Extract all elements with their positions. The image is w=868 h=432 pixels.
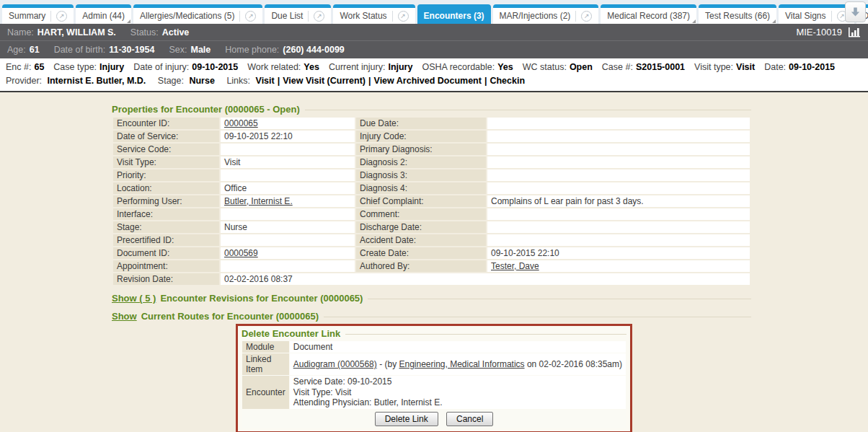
tab-separator: [392, 11, 393, 22]
property-value: [487, 182, 750, 194]
encounter-link-visit[interactable]: Visit: [256, 76, 275, 86]
property-label: Stage:: [113, 221, 219, 233]
encounter-field-label: WC status:: [523, 62, 567, 72]
encounter-field-value: Visit: [736, 62, 755, 72]
show-revisions-link[interactable]: Show ( 5 ): [112, 293, 156, 304]
tab-work-status[interactable]: Work Status↗: [333, 4, 415, 24]
tab-summary[interactable]: Summary↗: [2, 4, 74, 24]
property-label: Precertified ID:: [113, 234, 219, 246]
property-label: Primary Diagnosis:: [356, 144, 486, 155]
show-routes-link[interactable]: Show: [112, 311, 137, 322]
encounter-field-label: Enc #:: [6, 62, 31, 72]
module-label: Module: [242, 341, 289, 353]
patient-id: MIE-10019: [796, 27, 842, 38]
status-label: Status:: [130, 27, 159, 38]
tabs-scroll-down-button[interactable]: [845, 1, 866, 22]
linked-author-link[interactable]: Engineering, Medical Informatics: [399, 359, 524, 369]
property-value: Visit: [221, 157, 355, 168]
property-label: Diagnosis 3:: [356, 169, 486, 181]
property-label: Accident Date:: [356, 234, 486, 246]
property-value: [487, 144, 750, 155]
property-label: Comment:: [356, 208, 486, 220]
demo-field-label: Home phone:: [225, 45, 279, 55]
tab-label: Allergies/Medications (5): [140, 11, 234, 21]
property-label: Discharge Date:: [356, 221, 486, 233]
linked-item-text: - (by: [377, 359, 399, 369]
stage-label: Stage:: [158, 76, 184, 86]
property-value-link[interactable]: Butler, Internist E.: [224, 196, 293, 206]
linked-item-value: Audiogram (0000568) - (by Engineering, M…: [290, 353, 626, 375]
tab-vital-signs[interactable]: Vital Signs↗: [779, 4, 854, 24]
delete-link-button[interactable]: Delete Link: [375, 412, 438, 426]
bar-chart-icon[interactable]: [848, 27, 861, 38]
encounter-field-label: Work related:: [247, 62, 301, 72]
tab-separator: [50, 11, 51, 22]
encounter-link-view-visit-current[interactable]: View Visit (Current): [283, 76, 366, 86]
provider-value: Internist E. Butler, M.D.: [48, 76, 146, 86]
routes-title: Current Routes for Encounter (0000065): [141, 311, 319, 322]
property-value: [487, 234, 750, 246]
tab-mar-injections-2[interactable]: MAR/Injections (2)↗: [493, 4, 599, 24]
cancel-button[interactable]: Cancel: [446, 412, 493, 426]
property-value-link[interactable]: Tester, Dave: [491, 261, 539, 271]
property-row: Precertified ID:Accident Date:: [113, 234, 750, 246]
tab-label: Medical Record (387): [607, 11, 690, 21]
popout-icon[interactable]: ↗: [581, 11, 592, 22]
property-value: 0000569: [221, 247, 355, 259]
encounter-header: Enc #:65Case type:InjuryDate of injury:0…: [0, 58, 868, 92]
provider-label: Provider:: [6, 76, 42, 86]
revisions-title: Encounter Revisions for Encounter (00000…: [160, 293, 363, 304]
linked-item-text-after: on 02-02-2016 08:35am): [525, 359, 622, 369]
property-value: [221, 234, 355, 246]
popout-icon[interactable]: ↗: [245, 11, 256, 22]
property-row: Priority:Diagnosis 3:: [113, 169, 750, 181]
encounter-field-label: Case type:: [53, 62, 97, 72]
property-value: Butler, Internist E.: [221, 195, 355, 207]
tab-separator: [308, 11, 309, 22]
routes-section-heading: Show Current Routes for Encounter (00000…: [112, 311, 751, 322]
encounter-field-value: 09-10-2015: [789, 62, 835, 72]
dialog-button-row: Delete Link Cancel: [242, 410, 626, 428]
encounter-label: Encounter: [242, 376, 289, 409]
property-row: Document ID:0000569Create Date:09-10-201…: [113, 247, 750, 259]
tab-medical-record-387[interactable]: Medical Record (387): [601, 4, 696, 24]
property-label: Diagnosis 2:: [356, 157, 486, 168]
property-value-link[interactable]: 0000569: [224, 248, 258, 258]
property-label: Interface:: [113, 208, 219, 220]
tab-encounters-3[interactable]: Encounters (3): [417, 4, 491, 24]
tab-bar: Summary↗Admin (44)Allergies/Medications …: [0, 0, 868, 24]
encounter-field-value: 65: [34, 62, 44, 72]
tab-allergies-medications-5[interactable]: Allergies/Medications (5)↗: [133, 4, 262, 24]
property-label: Date of Service:: [113, 131, 219, 142]
encounter-link-checkin[interactable]: Checkin: [490, 76, 525, 86]
linked-document-link[interactable]: Audiogram (0000568): [293, 359, 377, 369]
property-value: [487, 208, 750, 220]
property-value-link[interactable]: 0000065: [224, 118, 258, 128]
popout-icon[interactable]: ↗: [398, 11, 409, 22]
encounter-row: Encounter Service Date: 09-10-2015 Visit…: [242, 376, 626, 409]
link-separator: |: [484, 76, 487, 86]
patient-header-bar: Name: HART, WILLIAM S. Status: Active MI…: [0, 24, 868, 41]
demo-field-label: Date of birth:: [54, 45, 106, 55]
popout-icon[interactable]: ↗: [314, 11, 324, 22]
tab-admin-44[interactable]: Admin (44): [76, 4, 131, 24]
property-value: Office: [221, 182, 355, 194]
link-separator: |: [368, 76, 371, 86]
tab-test-results-66[interactable]: Test Results (66): [699, 4, 776, 24]
encounter-field-value: 09-10-2015: [192, 62, 238, 72]
property-row: Appointment:Authored By:Tester, Dave: [113, 260, 750, 272]
property-row: Interface:Comment:: [113, 208, 750, 220]
heading-rule: [305, 110, 751, 110]
property-label: Chief Complaint:: [356, 195, 486, 207]
tab-due-list[interactable]: Due List↗: [265, 4, 331, 24]
property-row: Service Code:Primary Diagnosis:: [113, 144, 750, 155]
popout-icon[interactable]: ↗: [56, 11, 67, 22]
property-label: Location:: [113, 182, 219, 194]
encounter-field-value: Open: [570, 62, 593, 72]
demo-field-label: Age:: [7, 45, 26, 55]
property-label: Performing User:: [113, 195, 219, 207]
property-value: 0000065: [221, 118, 355, 129]
tab-corner-fold-icon: [127, 19, 130, 23]
encounter-field-value: Yes: [304, 62, 319, 72]
encounter-link-view-archived-document[interactable]: View Archived Document: [374, 76, 482, 86]
